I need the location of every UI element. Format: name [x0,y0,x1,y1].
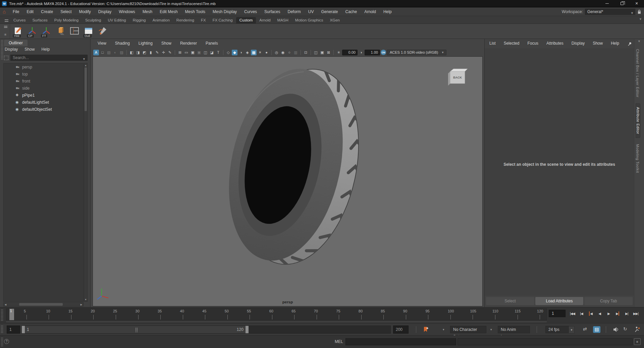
menu-item[interactable]: Edit Mesh [156,7,181,16]
play-forwards-button[interactable]: ▶ [604,309,613,318]
command-language-toggle[interactable]: MEL [335,339,343,344]
xray-icon[interactable]: ▥ [293,50,299,55]
viewport-canvas[interactable]: BACK persp [93,56,483,306]
range-start-handle[interactable] [22,326,25,333]
scroll-right-icon[interactable]: ▶ [79,303,83,306]
step-back-frame-button[interactable]: |◀ [577,309,586,318]
workspace-dropdown[interactable]: General*▼ [585,9,635,15]
camera-icon[interactable]: ◧ [129,50,135,55]
shelf-tab[interactable]: Poly Modeling [51,17,82,23]
grease-pencil-icon[interactable]: ✎ [167,50,173,55]
animation-start-field[interactable]: 1 [7,326,20,334]
shadows-icon[interactable]: ● [264,50,269,55]
panel-grip[interactable] [1,40,4,60]
menu-item[interactable]: File [9,7,23,16]
menu-item[interactable]: Help [41,47,50,52]
flat-shade-icon[interactable]: ◑ [238,50,244,55]
menu-item[interactable]: Display [95,7,115,16]
camera-attributes-icon[interactable]: ◩ [142,50,147,55]
safe-title-icon[interactable]: T [215,50,221,55]
shelf-tab[interactable]: Animation [149,17,173,23]
step-forward-frame-button[interactable]: ▶| [623,309,631,318]
shelf-menu-icon[interactable] [5,19,8,22]
outliner-horizontal-scrollbar[interactable]: ◀ ▶ [3,302,84,306]
pin-icon[interactable] [627,42,632,46]
shelf-tab[interactable]: MASH [274,17,292,23]
menu-item[interactable]: Show [24,47,35,52]
menu-item[interactable]: Help [607,40,623,46]
menu-item[interactable]: Display [5,47,18,52]
tab-modeling-toolkit[interactable]: Modeling Toolkit [636,141,640,177]
shelf-tab[interactable]: FX [198,17,209,23]
cp-shelf-button[interactable]: CP [26,25,38,38]
menu-item[interactable]: Help [380,7,395,16]
outliner-vertical-scrollbar[interactable]: ▲ ▼ [84,63,88,302]
two-d-pan-zoom-icon[interactable]: ✛ [161,50,166,55]
scroll-left-icon[interactable]: ◀ [4,303,7,306]
grid-icon[interactable]: ⊞ [177,50,183,55]
smooth-shade-icon[interactable]: ◆ [232,50,237,55]
help-icon[interactable]: ? [4,339,9,344]
panel-grip[interactable] [1,325,4,334]
tear-off-panel-icon[interactable]: ⊠ [326,50,331,55]
script-editor-icon[interactable]: ≡ [634,338,641,345]
step-back-key-button[interactable]: ◀ [586,309,595,318]
contrast-icon[interactable]: ◑ [358,50,364,55]
menu-item[interactable]: View [95,40,109,46]
menu-item[interactable]: List [486,40,499,46]
menu-item[interactable]: Renderer [177,40,200,46]
tab-channel-box[interactable]: Channel Box / Layer Editor [636,46,640,101]
menu-item[interactable]: Shading [112,40,133,46]
range-end-handle[interactable] [246,326,249,333]
paint-select-icon[interactable]: ◐ [112,50,118,55]
search-input[interactable]: Search...▼ [10,55,88,61]
menu-item[interactable]: Attributes [543,40,567,46]
contrast-field[interactable]: 1.00 [365,50,380,55]
go-to-start-button[interactable]: |◀◀ [568,309,577,318]
exposure-field[interactable]: 0.00 [342,50,358,55]
playback-range-bar[interactable]: 1 120 [22,326,249,333]
selection-filter-icon[interactable] [4,56,8,60]
mute-audio-icon[interactable] [613,327,619,332]
outliner-item[interactable]: defaultLightSet [4,99,83,106]
menu-item[interactable]: Modify [75,7,94,16]
camera-lock-icon[interactable]: ◨ [135,50,141,55]
outliner-item[interactable]: defaultObjectSet [4,106,83,113]
menu-item[interactable]: Mesh [139,7,156,16]
film-gate-icon[interactable]: ▭ [183,50,189,55]
current-frame-marker[interactable]: 1 [9,309,14,320]
tab-attribute-editor[interactable]: Attribute Editor [636,103,640,138]
isolate-select-icon[interactable]: ⊡ [303,50,309,55]
shelf-tab[interactable]: UV Editing [104,17,129,23]
outliner-item[interactable]: persp [4,63,83,70]
step-forward-key-button[interactable]: ▶ [613,309,622,318]
menu-item[interactable]: Lighting [136,40,156,46]
chevron-down-icon[interactable]: ▾ [490,328,492,331]
shelf-tab[interactable]: Rigging [129,17,149,23]
menu-item[interactable]: Mesh Tools [181,7,209,16]
menu-item[interactable]: Select [57,7,75,16]
menu-item[interactable]: Show [589,40,606,46]
chevron-down-icon[interactable]: ▾ [443,328,444,331]
shelf-options-icon[interactable] [4,26,7,28]
lock-icon[interactable] [637,9,641,14]
anti-aliasing-icon[interactable]: ○ [286,50,292,55]
animation-end-field[interactable]: 200 [393,326,409,334]
panel-grip[interactable] [1,309,4,321]
gear-icon[interactable]: ✳ [4,33,7,37]
home-icon[interactable]: ⌂ [3,9,6,14]
outliner-item[interactable]: pPipe1 [4,92,83,99]
outliner-item[interactable]: front [4,78,83,85]
current-frame-field[interactable]: 1 [549,310,566,317]
colorspace-dropdown[interactable]: ACES 1.0 SDR-video (sRGB) [387,50,446,55]
chevron-down-icon[interactable]: ▼ [634,39,644,43]
anim-layer-field[interactable]: No Anim Layer [498,326,530,333]
timeline-ruler[interactable]: 1 51015202530354045505560657075808590951… [6,308,547,320]
menu-item[interactable]: Surfaces [261,7,284,16]
go-to-end-button[interactable]: ▶▶| [632,309,640,318]
menu-item[interactable]: Edit [23,7,37,16]
bookmark-add-icon[interactable] [423,326,429,333]
wireframe-on-shaded-icon[interactable]: ▩ [251,50,257,55]
view-cube[interactable]: BACK [445,66,469,87]
exposure-icon[interactable]: ✳ [336,50,341,55]
